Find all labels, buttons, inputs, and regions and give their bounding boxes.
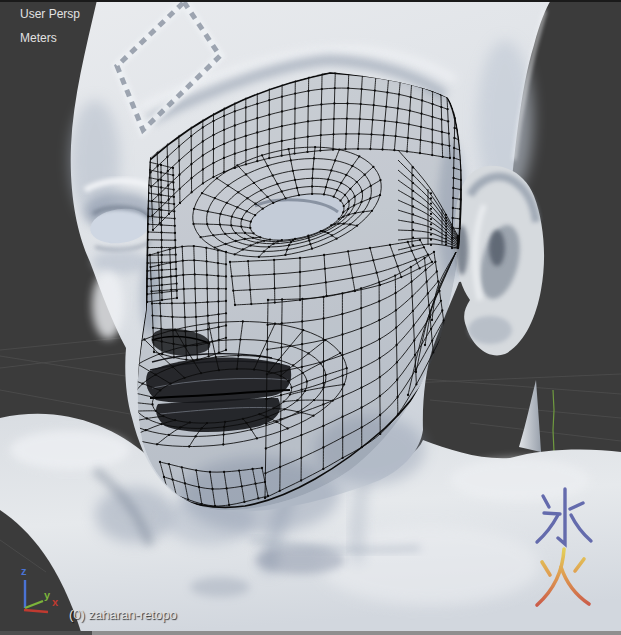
units-label: Meters xyxy=(20,32,57,44)
x-axis-icon xyxy=(24,610,48,612)
window-bottom-edge xyxy=(0,631,621,635)
active-object-label: (0) zaharan-retopo xyxy=(69,607,177,622)
y-axis-icon xyxy=(25,601,43,608)
y-axis-line xyxy=(553,390,554,452)
y-axis-label: y xyxy=(44,589,50,601)
scene-canvas xyxy=(0,0,621,635)
blender-3d-viewport[interactable]: User Persp Meters (0) zaharan-retopo z y… xyxy=(0,0,621,635)
viewport-top-border xyxy=(0,0,621,2)
view-mode-label: User Persp xyxy=(20,8,80,20)
axis-gizmo-lines xyxy=(6,566,70,622)
axis-gizmo: z y x xyxy=(6,566,70,622)
x-axis-label: x xyxy=(52,596,58,608)
z-axis-label: z xyxy=(21,565,27,577)
